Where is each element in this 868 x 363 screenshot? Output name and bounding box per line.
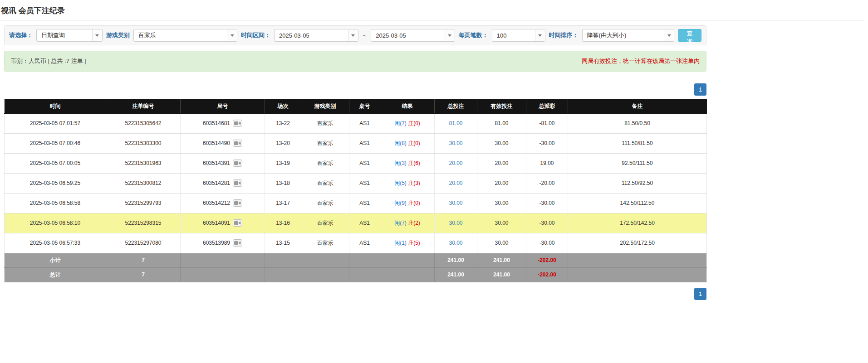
page-size-value: 100	[492, 29, 535, 41]
cell-session: 13-18	[265, 173, 301, 193]
result-player: 闲(7)	[394, 120, 407, 126]
date-from-select[interactable]: 2025-03-05	[274, 29, 358, 42]
filter-bar: 请选择： 日期查询 游戏类别 百家乐 时间区间： 2025-03-05 ~ 20…	[4, 25, 706, 45]
cell-session: 13-17	[265, 193, 301, 213]
cell-session: 13-20	[265, 133, 301, 153]
result-player: 闲(3)	[394, 160, 407, 166]
total-bet-link[interactable]: 30.00	[449, 240, 462, 246]
cell-result: 闲(8) 庄(0)	[380, 133, 435, 153]
total-bet-link[interactable]: 20.00	[449, 160, 462, 166]
header-valid-bet: 有效投注	[477, 99, 526, 113]
header-result: 结果	[380, 99, 435, 113]
table-row[interactable]: 2025-03-05 06:57:33 522315297080 6035139…	[5, 233, 707, 253]
currency-summary-text: 币别：人民币 | 总共 :7 注单 |	[11, 57, 86, 65]
cell-valid-bet: 30.00	[477, 193, 526, 213]
result-banker: 庄(5)	[408, 240, 420, 246]
cell-total-bet: 30.00	[435, 213, 477, 233]
notice-text: 同局有效投注，统一计算在该局第一张注单内	[582, 57, 700, 65]
video-replay-icon[interactable]	[233, 179, 242, 187]
total-bet-link[interactable]: 81.00	[449, 120, 462, 126]
subtotal-payout: -202.00	[526, 253, 568, 267]
video-replay-icon[interactable]	[233, 199, 242, 207]
page-header: 视讯 会员下注纪录	[0, 0, 864, 21]
summary-bar: 币别：人民币 | 总共 :7 注单 | 同局有效投注，统一计算在该局第一张注单内	[4, 51, 706, 72]
game-type-select[interactable]: 百家乐	[133, 29, 237, 42]
pagination-bottom: 1	[4, 288, 706, 300]
table-row[interactable]: 2025-03-05 06:58:58 522315299793 6035142…	[5, 193, 707, 213]
header-time: 时间	[5, 99, 106, 113]
page-size-select[interactable]: 100	[492, 29, 545, 42]
sort-order-select[interactable]: 降冪(由大到小)	[582, 29, 675, 42]
subtotal-empty	[265, 253, 301, 267]
subtotal-empty	[349, 253, 380, 267]
search-button[interactable]: 查询	[678, 29, 701, 42]
cell-total-bet: 30.00	[435, 133, 477, 153]
page-button-1[interactable]: 1	[694, 288, 706, 300]
table-row[interactable]: 2025-03-05 07:01:57 522315305642 6035146…	[5, 113, 707, 133]
total-empty	[181, 267, 265, 282]
subtotal-empty	[301, 253, 349, 267]
result-player: 闲(7)	[394, 220, 407, 226]
chevron-down-icon[interactable]	[445, 29, 455, 41]
round-id: 603514681	[203, 120, 230, 126]
cell-payout: -30.00	[526, 193, 568, 213]
cell-note: 172.50/142.50	[568, 213, 707, 233]
round-id: 603514391	[203, 160, 230, 166]
cell-bet-id: 522315298315	[106, 213, 181, 233]
caret-shape	[538, 34, 542, 37]
chevron-down-icon[interactable]	[535, 29, 545, 41]
page-size-label: 每页笔数：	[459, 31, 488, 39]
cell-valid-bet: 30.00	[477, 133, 526, 153]
query-type-select[interactable]: 日期查询	[36, 29, 103, 42]
cell-valid-bet: 30.00	[477, 233, 526, 253]
caret-shape	[448, 34, 451, 37]
caret-shape	[95, 34, 99, 37]
cell-note: 202.50/172.50	[568, 233, 707, 253]
total-empty	[380, 267, 435, 282]
chevron-down-icon[interactable]	[348, 29, 358, 41]
chevron-down-icon[interactable]	[227, 29, 237, 41]
total-bet-link[interactable]: 30.00	[449, 220, 462, 226]
table-row[interactable]: 2025-03-05 06:58:10 522315298315 6035140…	[5, 213, 707, 233]
total-bet-link[interactable]: 30.00	[449, 200, 462, 206]
cell-game-type: 百家乐	[301, 193, 349, 213]
cell-round: 603514681	[181, 113, 265, 133]
total-bet-link[interactable]: 20.00	[449, 180, 462, 186]
total-bet-link[interactable]: 30.00	[449, 140, 462, 146]
cell-bet-id: 522315301963	[106, 153, 181, 173]
cell-valid-bet: 20.00	[477, 173, 526, 193]
result-player: 闲(9)	[394, 200, 407, 206]
table-row[interactable]: 2025-03-05 07:00:05 522315301963 6035143…	[5, 153, 707, 173]
chevron-down-icon[interactable]	[92, 29, 102, 41]
cell-payout: -20.00	[526, 173, 568, 193]
total-row: 总计 7 241.00 241.00 -202.00	[5, 267, 707, 282]
header-bet-id: 注单编号	[106, 99, 181, 113]
chevron-down-icon[interactable]	[664, 29, 674, 41]
cell-time: 2025-03-05 06:59:25	[5, 173, 106, 193]
table-body: 2025-03-05 07:01:57 522315305642 6035146…	[5, 113, 707, 253]
cell-bet-id: 522315300812	[106, 173, 181, 193]
header-table-no: 桌号	[349, 99, 380, 113]
cell-table-no: AS1	[349, 233, 380, 253]
cell-session: 13-22	[265, 113, 301, 133]
table-row[interactable]: 2025-03-05 06:59:25 522315300812 6035142…	[5, 173, 707, 193]
date-to-select[interactable]: 2025-03-05	[371, 29, 455, 42]
round-id: 603514490	[203, 140, 230, 146]
page-button-1[interactable]: 1	[694, 83, 706, 96]
video-replay-icon[interactable]	[233, 219, 242, 227]
time-range-label: 时间区间：	[241, 31, 270, 39]
video-replay-icon[interactable]	[233, 239, 242, 247]
cell-payout: -30.00	[526, 213, 568, 233]
cell-bet-id: 522315305642	[106, 113, 181, 133]
video-replay-icon[interactable]	[233, 140, 242, 147]
table-footer: 小计 7 241.00 241.00 -202.00 总计 7	[5, 253, 707, 282]
cell-round: 603514212	[181, 193, 265, 213]
cell-time: 2025-03-05 06:58:10	[5, 213, 106, 233]
records-table: 时间 注单编号 局号 场次 游戏类别 桌号 结果 总投注 有效投注 总派彩 备注…	[4, 99, 707, 282]
video-replay-icon[interactable]	[233, 120, 242, 127]
total-label: 总计	[5, 267, 106, 282]
cell-game-type: 百家乐	[301, 113, 349, 133]
cell-bet-id: 522315297080	[106, 233, 181, 253]
video-replay-icon[interactable]	[233, 160, 242, 167]
table-row[interactable]: 2025-03-05 07:00:46 522315303300 6035144…	[5, 133, 707, 153]
